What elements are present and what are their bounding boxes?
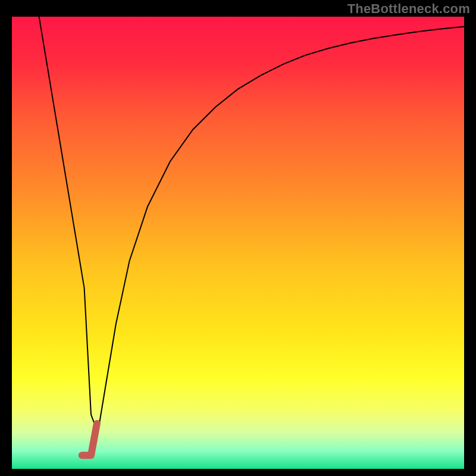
bottleneck-chart xyxy=(12,17,464,469)
chart-frame: TheBottleneck.com xyxy=(0,0,476,476)
watermark-text: TheBottleneck.com xyxy=(347,1,470,17)
gradient-background xyxy=(12,17,464,469)
